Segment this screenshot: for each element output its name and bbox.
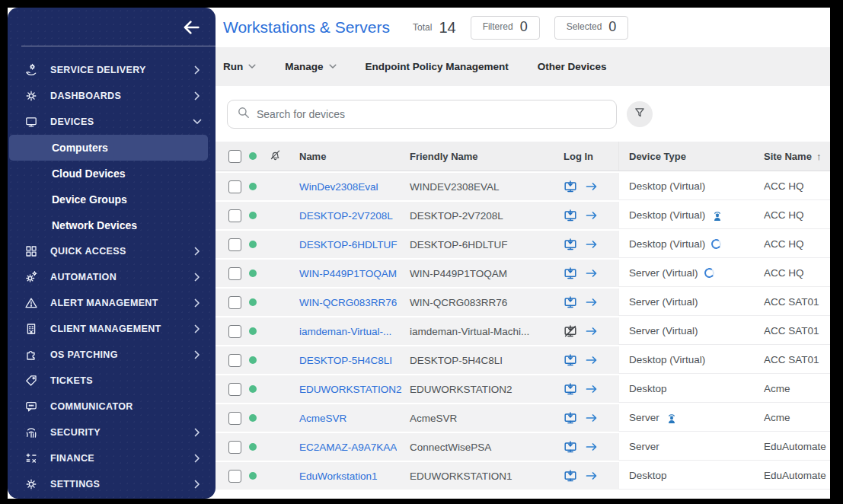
device-name-link[interactable]: DESKTOP-5H4C8LI xyxy=(299,355,392,366)
remote-login-icon[interactable] xyxy=(564,238,577,251)
go-to-device-icon[interactable] xyxy=(585,325,599,337)
remote-login-icon[interactable] xyxy=(564,295,577,309)
filtered-counter-button[interactable]: Filtered 0 xyxy=(471,16,540,40)
sidebar-item-devices[interactable]: DEVICES xyxy=(8,109,216,135)
row-checkbox[interactable] xyxy=(228,325,241,338)
sidebar-item-alert-management[interactable]: ALERT MANAGEMENT xyxy=(8,290,216,316)
go-to-device-icon[interactable] xyxy=(585,209,599,222)
row-checkbox[interactable] xyxy=(228,354,241,367)
remote-login-icon[interactable] xyxy=(564,469,577,483)
go-to-device-icon[interactable] xyxy=(585,180,599,193)
remote-login-icon[interactable] xyxy=(564,353,577,367)
remote-login-disabled-icon[interactable] xyxy=(564,324,577,338)
devices-table: Name Friendly Name Log In Device Type Si… xyxy=(216,142,830,499)
row-checkbox[interactable] xyxy=(228,238,241,251)
go-to-device-icon[interactable] xyxy=(585,383,599,395)
go-to-device-icon[interactable] xyxy=(585,296,599,308)
device-name-link[interactable]: WIN-QCRG083RR76 xyxy=(299,297,397,308)
quick-access-icon xyxy=(24,244,38,258)
remote-login-icon[interactable] xyxy=(564,382,577,396)
remote-login-icon[interactable] xyxy=(564,266,577,280)
other-devices-tab[interactable]: Other Devices xyxy=(538,61,607,72)
go-to-device-icon[interactable] xyxy=(585,412,599,424)
remote-login-icon[interactable] xyxy=(564,440,577,454)
remote-login-icon[interactable] xyxy=(564,209,577,222)
select-all-checkbox[interactable] xyxy=(228,150,241,163)
row-checkbox[interactable] xyxy=(228,209,241,222)
sidebar-item-service-delivery[interactable]: SERVICE DELIVERY xyxy=(8,57,216,83)
row-checkbox[interactable] xyxy=(228,470,241,483)
column-header-log-in[interactable]: Log In xyxy=(556,142,618,171)
sidebar-item-network-devices[interactable]: Network Devices xyxy=(9,212,208,238)
device-name-link[interactable]: AcmeSVR xyxy=(299,413,346,424)
row-checkbox[interactable] xyxy=(228,296,241,309)
go-to-device-icon[interactable] xyxy=(585,267,599,279)
device-type-label: Server xyxy=(629,441,659,452)
sidebar-item-automation[interactable]: AUTOMATION xyxy=(8,264,216,290)
sidebar-item-tickets[interactable]: TICKETS xyxy=(8,368,216,394)
sidebar-item-security[interactable]: SECURITY xyxy=(8,419,216,445)
device-row[interactable]: WIN-QCRG083RR76 WIN-QCRG083RR76 Server (… xyxy=(216,289,830,316)
device-row[interactable]: WinDev2308Eval WINDEV2308EVAL Desktop (V… xyxy=(216,173,830,200)
device-name-link[interactable]: EDUWORKSTATION2 xyxy=(299,384,402,395)
device-row[interactable]: EduWorkstation1 EDUWORKSTATION1 Desktop … xyxy=(216,462,830,490)
sidebar-item-dashboards[interactable]: DASHBOARDS xyxy=(8,83,216,109)
device-type-label: Server (Virtual) xyxy=(629,267,698,279)
row-checkbox[interactable] xyxy=(228,267,241,280)
sidebar-item-finance[interactable]: FINANCE xyxy=(8,445,216,471)
run-menu-button[interactable]: Run xyxy=(223,61,256,72)
filter-button[interactable] xyxy=(627,101,653,127)
device-name-link[interactable]: EC2AMAZ-A9A7KAA xyxy=(299,442,397,453)
sidebar-item-client-management[interactable]: CLIENT MANAGEMENT xyxy=(8,316,216,342)
row-checkbox[interactable] xyxy=(228,383,241,396)
device-name-link[interactable]: WinDev2308Eval xyxy=(299,181,378,193)
device-row[interactable]: AcmeSVR AcmeSVR Server Acme xyxy=(216,404,830,432)
endpoint-policy-management-label: Endpoint Policy Management xyxy=(366,61,509,72)
sidebar-header xyxy=(8,8,216,46)
device-search-box[interactable] xyxy=(227,100,617,129)
column-header-site-name[interactable]: Site Name ↑ xyxy=(764,142,830,171)
device-row[interactable]: EDUWORKSTATION2 EDUWORKSTATION2 Desktop … xyxy=(216,375,830,403)
device-name-link[interactable]: DESKTOP-2V7208L xyxy=(299,210,393,222)
chevron-right-icon xyxy=(193,350,202,359)
remote-login-icon[interactable] xyxy=(564,180,577,193)
sidebar-item-communicator[interactable]: COMMUNICATOR xyxy=(8,394,216,419)
collapse-sidebar-button[interactable] xyxy=(182,18,200,37)
device-row[interactable]: WIN-P449P1TOQAM WIN-P449P1TOQAM Server (… xyxy=(216,260,830,287)
column-header-device-type[interactable]: Device Type xyxy=(618,142,764,171)
sidebar-item-quick-access[interactable]: QUICK ACCESS xyxy=(8,238,216,264)
column-header-friendly-name[interactable]: Friendly Name xyxy=(402,142,556,171)
go-to-device-icon[interactable] xyxy=(585,470,599,482)
sidebar-item-device-groups[interactable]: Device Groups xyxy=(9,187,208,212)
chevron-right-icon xyxy=(193,298,202,308)
go-to-device-icon[interactable] xyxy=(585,238,599,250)
device-name-link[interactable]: iamdeman-Virtual-... xyxy=(299,326,391,337)
search-input[interactable] xyxy=(257,108,607,120)
device-row[interactable]: EC2AMAZ-A9A7KAA ConnectWisePSA Server Ed… xyxy=(216,433,830,461)
device-row[interactable]: DESKTOP-5H4C8LI DESKTOP-5H4C8LI Desktop … xyxy=(216,346,830,374)
device-name-link[interactable]: DESKTOP-6HDLTUF xyxy=(299,239,398,250)
endpoint-policy-management-tab[interactable]: Endpoint Policy Management xyxy=(366,61,509,72)
device-type-label: Desktop xyxy=(629,383,667,394)
go-to-device-icon[interactable] xyxy=(585,354,599,366)
selected-counter-button[interactable]: Selected 0 xyxy=(554,16,629,40)
manage-menu-button[interactable]: Manage xyxy=(285,61,336,72)
site-name-cell: EduAutomate xyxy=(764,433,830,461)
device-row[interactable]: iamdeman-Virtual-... iamdeman-Virtual-Ma… xyxy=(216,317,830,345)
row-checkbox[interactable] xyxy=(228,412,241,425)
remote-login-icon[interactable] xyxy=(564,411,577,425)
sidebar-item-computers[interactable]: Computers xyxy=(9,135,208,161)
site-name-cell: ACC HQ xyxy=(764,173,830,200)
go-to-device-icon[interactable] xyxy=(585,441,599,453)
device-row[interactable]: DESKTOP-6HDLTUF DESKTOP-6HDLTUF Desktop … xyxy=(216,231,830,258)
sidebar-item-os-patching[interactable]: OS PATCHING xyxy=(8,342,216,368)
column-header-name[interactable]: Name xyxy=(292,142,402,171)
device-name-link[interactable]: WIN-P449P1TOQAM xyxy=(299,268,397,279)
search-icon xyxy=(237,106,250,122)
device-row[interactable]: DESKTOP-2V7208L DESKTOP-2V7208L Desktop … xyxy=(216,202,830,229)
sidebar-item-cloud-devices[interactable]: Cloud Devices xyxy=(9,161,208,187)
device-name-link[interactable]: EduWorkstation1 xyxy=(299,471,378,482)
row-checkbox[interactable] xyxy=(228,180,241,193)
row-checkbox[interactable] xyxy=(228,441,241,454)
sidebar-item-settings[interactable]: SETTINGS xyxy=(8,471,216,497)
